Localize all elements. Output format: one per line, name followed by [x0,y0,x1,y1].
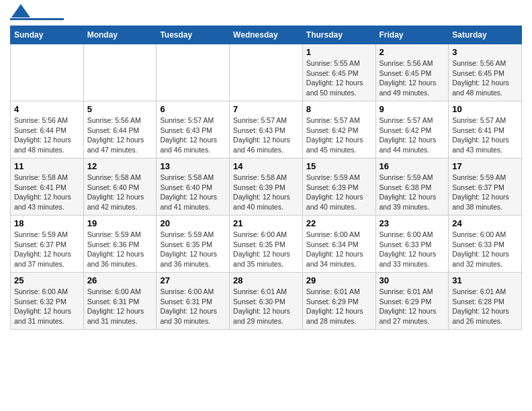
day-number: 5 [87,104,153,114]
day-info: Sunrise: 6:00 AM Sunset: 6:31 PM Dayligh… [87,287,153,326]
day-info: Sunrise: 5:56 AM Sunset: 6:44 PM Dayligh… [14,116,80,155]
calendar-cell: 2Sunrise: 5:56 AM Sunset: 6:45 PM Daylig… [375,44,449,101]
day-number: 20 [160,218,226,228]
day-number: 9 [380,104,445,114]
calendar-cell: 19Sunrise: 5:59 AM Sunset: 6:36 PM Dayli… [83,216,157,273]
logo-arrow-icon [11,4,30,17]
day-info: Sunrise: 5:58 AM Sunset: 6:40 PM Dayligh… [87,173,153,212]
day-number: 29 [306,275,372,285]
calendar-cell: 1Sunrise: 5:55 AM Sunset: 6:45 PM Daylig… [302,44,375,101]
day-number: 26 [87,275,153,285]
weekday-header-sunday: Sunday [11,26,84,44]
day-info: Sunrise: 5:59 AM Sunset: 6:37 PM Dayligh… [14,230,80,269]
day-info: Sunrise: 6:00 AM Sunset: 6:31 PM Dayligh… [160,287,226,326]
page-header [10,7,522,20]
day-number: 31 [452,275,518,285]
calendar-cell: 4Sunrise: 5:56 AM Sunset: 6:44 PM Daylig… [11,101,84,158]
day-number: 18 [14,218,80,228]
day-number: 19 [87,218,153,228]
day-info: Sunrise: 6:01 AM Sunset: 6:30 PM Dayligh… [233,287,299,326]
calendar-cell [11,44,84,101]
day-info: Sunrise: 5:57 AM Sunset: 6:42 PM Dayligh… [306,116,372,155]
calendar-cell: 30Sunrise: 6:01 AM Sunset: 6:29 PM Dayli… [375,273,449,330]
day-info: Sunrise: 5:58 AM Sunset: 6:39 PM Dayligh… [233,173,299,212]
day-number: 11 [14,161,80,171]
day-info: Sunrise: 5:56 AM Sunset: 6:44 PM Dayligh… [87,116,153,155]
day-info: Sunrise: 5:59 AM Sunset: 6:38 PM Dayligh… [380,173,445,212]
calendar-cell: 20Sunrise: 5:59 AM Sunset: 6:35 PM Dayli… [157,216,230,273]
calendar-cell: 16Sunrise: 5:59 AM Sunset: 6:38 PM Dayli… [375,158,449,216]
day-number: 24 [452,218,518,228]
day-info: Sunrise: 5:57 AM Sunset: 6:42 PM Dayligh… [380,116,445,155]
day-info: Sunrise: 5:58 AM Sunset: 6:40 PM Dayligh… [160,173,226,212]
day-number: 10 [452,104,518,114]
calendar-cell: 26Sunrise: 6:00 AM Sunset: 6:31 PM Dayli… [83,273,157,330]
day-number: 21 [233,218,299,228]
day-info: Sunrise: 6:01 AM Sunset: 6:28 PM Dayligh… [452,287,518,326]
day-info: Sunrise: 5:56 AM Sunset: 6:45 PM Dayligh… [452,58,518,98]
day-number: 25 [14,275,80,285]
calendar-cell: 13Sunrise: 5:58 AM Sunset: 6:40 PM Dayli… [157,158,230,216]
calendar-cell: 31Sunrise: 6:01 AM Sunset: 6:28 PM Dayli… [449,273,522,330]
calendar-week-row: 18Sunrise: 5:59 AM Sunset: 6:37 PM Dayli… [11,216,522,273]
calendar-cell: 22Sunrise: 6:00 AM Sunset: 6:34 PM Dayli… [302,216,375,273]
day-info: Sunrise: 6:00 AM Sunset: 6:32 PM Dayligh… [14,287,80,326]
day-number: 8 [306,104,372,114]
day-number: 12 [87,161,153,171]
day-number: 22 [306,218,372,228]
calendar-cell: 11Sunrise: 5:58 AM Sunset: 6:41 PM Dayli… [11,158,84,216]
day-number: 13 [160,161,226,171]
day-info: Sunrise: 6:00 AM Sunset: 6:33 PM Dayligh… [380,230,445,269]
calendar-cell: 9Sunrise: 5:57 AM Sunset: 6:42 PM Daylig… [375,101,449,158]
day-number: 30 [380,275,445,285]
calendar-week-row: 4Sunrise: 5:56 AM Sunset: 6:44 PM Daylig… [11,101,522,158]
weekday-header-tuesday: Tuesday [157,26,230,44]
calendar-cell: 3Sunrise: 5:56 AM Sunset: 6:45 PM Daylig… [449,44,522,101]
calendar-cell: 24Sunrise: 6:00 AM Sunset: 6:33 PM Dayli… [449,216,522,273]
calendar-cell [230,44,303,101]
day-info: Sunrise: 5:59 AM Sunset: 6:39 PM Dayligh… [306,173,372,212]
calendar-cell: 23Sunrise: 6:00 AM Sunset: 6:33 PM Dayli… [375,216,449,273]
weekday-header-monday: Monday [83,26,157,44]
day-number: 23 [380,218,445,228]
calendar-cell: 5Sunrise: 5:56 AM Sunset: 6:44 PM Daylig… [83,101,157,158]
calendar-table: SundayMondayTuesdayWednesdayThursdayFrid… [10,26,522,330]
calendar-cell [83,44,157,101]
day-info: Sunrise: 6:01 AM Sunset: 6:29 PM Dayligh… [380,287,445,326]
calendar-cell: 10Sunrise: 5:57 AM Sunset: 6:41 PM Dayli… [449,101,522,158]
calendar-header-row: SundayMondayTuesdayWednesdayThursdayFrid… [11,26,522,44]
day-number: 2 [380,47,445,57]
day-number: 4 [14,104,80,114]
day-info: Sunrise: 6:00 AM Sunset: 6:34 PM Dayligh… [306,230,372,269]
calendar-cell: 12Sunrise: 5:58 AM Sunset: 6:40 PM Dayli… [83,158,157,216]
calendar-week-row: 1Sunrise: 5:55 AM Sunset: 6:45 PM Daylig… [11,44,522,101]
day-info: Sunrise: 5:59 AM Sunset: 6:35 PM Dayligh… [160,230,226,269]
day-number: 6 [160,104,226,114]
logo-underline [10,18,64,20]
calendar-week-row: 11Sunrise: 5:58 AM Sunset: 6:41 PM Dayli… [11,158,522,216]
calendar-cell: 18Sunrise: 5:59 AM Sunset: 6:37 PM Dayli… [11,216,84,273]
calendar-cell [157,44,230,101]
day-number: 17 [452,161,518,171]
day-number: 16 [380,161,445,171]
day-info: Sunrise: 5:59 AM Sunset: 6:37 PM Dayligh… [452,173,518,212]
calendar-cell: 28Sunrise: 6:01 AM Sunset: 6:30 PM Dayli… [230,273,303,330]
day-number: 14 [233,161,299,171]
calendar-cell: 6Sunrise: 5:57 AM Sunset: 6:43 PM Daylig… [157,101,230,158]
day-number: 27 [160,275,226,285]
calendar-week-row: 25Sunrise: 6:00 AM Sunset: 6:32 PM Dayli… [11,273,522,330]
weekday-header-saturday: Saturday [449,26,522,44]
day-number: 7 [233,104,299,114]
day-number: 1 [306,47,372,57]
day-info: Sunrise: 6:00 AM Sunset: 6:35 PM Dayligh… [233,230,299,269]
calendar-cell: 21Sunrise: 6:00 AM Sunset: 6:35 PM Dayli… [230,216,303,273]
day-info: Sunrise: 5:57 AM Sunset: 6:43 PM Dayligh… [160,116,226,155]
weekday-header-wednesday: Wednesday [230,26,303,44]
day-info: Sunrise: 6:00 AM Sunset: 6:33 PM Dayligh… [452,230,518,269]
svg-marker-0 [11,4,30,17]
weekday-header-thursday: Thursday [302,26,375,44]
day-info: Sunrise: 5:55 AM Sunset: 6:45 PM Dayligh… [306,58,372,98]
calendar-cell: 14Sunrise: 5:58 AM Sunset: 6:39 PM Dayli… [230,158,303,216]
day-info: Sunrise: 5:58 AM Sunset: 6:41 PM Dayligh… [14,173,80,212]
calendar-cell: 8Sunrise: 5:57 AM Sunset: 6:42 PM Daylig… [302,101,375,158]
